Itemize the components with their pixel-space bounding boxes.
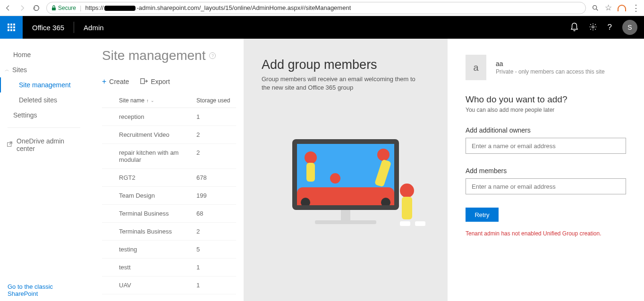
address-bar[interactable]: Secure | https://-admin.sharepoint.com/_… bbox=[46, 2, 586, 14]
svg-point-3 bbox=[592, 25, 594, 28]
retry-button[interactable]: Retry bbox=[466, 208, 499, 222]
cell-storage: 199 bbox=[196, 192, 234, 199]
table-row[interactable]: testt1 bbox=[102, 259, 236, 276]
chevron-up-icon: ︿ bbox=[5, 67, 9, 73]
sites-table: Site name ↑ ⌄ Storage used reception1Rec… bbox=[102, 93, 236, 301]
cell-storage: 2 bbox=[196, 149, 234, 163]
cell-site-name: UAV bbox=[102, 282, 196, 289]
table-row[interactable]: Terminal Business68 bbox=[102, 205, 236, 223]
extension-icon[interactable] bbox=[618, 5, 626, 11]
svg-line-2 bbox=[596, 9, 598, 10]
cell-site-name: testing bbox=[102, 246, 196, 253]
form-subheading: You can also add more people later bbox=[466, 107, 626, 113]
form-heading: Who do you want to add? bbox=[466, 94, 626, 105]
nav-onedrive-admin[interactable]: OneDrive admin center bbox=[0, 133, 88, 157]
table-row[interactable]: reception1 bbox=[102, 108, 236, 126]
table-header: Site name ↑ ⌄ Storage used bbox=[102, 93, 236, 108]
kebab-menu-icon[interactable]: ⋮ bbox=[632, 3, 640, 13]
cell-site-name: testt bbox=[102, 264, 196, 271]
cell-site-name: Terminal Business bbox=[102, 210, 196, 217]
divider bbox=[8, 127, 80, 128]
site-management-panel: Site management ? + Create Export Site n… bbox=[88, 39, 244, 301]
members-label: Add members bbox=[466, 167, 626, 175]
group-form-panel: a aa Private - only members can access t… bbox=[448, 39, 644, 301]
panel-subtitle: Group members will receive an email welc… bbox=[262, 75, 422, 92]
export-icon bbox=[140, 78, 148, 86]
forward-icon[interactable] bbox=[18, 4, 26, 12]
url-text: https://-admin.sharepoint.com/_layouts/1… bbox=[85, 4, 351, 11]
lock-icon: Secure bbox=[51, 5, 76, 11]
app-launcher-icon[interactable] bbox=[0, 16, 23, 39]
col-storage-used[interactable]: Storage used bbox=[196, 97, 234, 104]
table-row[interactable]: Recruitment Video2 bbox=[102, 126, 236, 144]
command-bar: + Create Export bbox=[102, 77, 236, 86]
cell-site-name: Terminals Business bbox=[102, 228, 196, 235]
suite-bar: Office 365 Admin ? S bbox=[0, 16, 644, 39]
members-input[interactable] bbox=[466, 178, 626, 194]
owners-input[interactable] bbox=[466, 138, 626, 154]
cell-site-name: Recruitment Video bbox=[102, 131, 196, 138]
svg-rect-0 bbox=[52, 8, 56, 10]
nav-sites[interactable]: ︿ Sites bbox=[0, 62, 88, 77]
search-in-page-icon[interactable] bbox=[592, 4, 599, 12]
cell-site-name: Team Design bbox=[102, 192, 196, 199]
nav-home[interactable]: Home bbox=[0, 47, 88, 62]
create-button[interactable]: + Create bbox=[102, 77, 129, 86]
svg-rect-6 bbox=[141, 78, 144, 84]
suite-brand[interactable]: Office 365 bbox=[23, 24, 74, 32]
group-name: aa bbox=[496, 60, 605, 67]
svg-point-1 bbox=[593, 5, 597, 9]
nav-site-management[interactable]: Site management bbox=[0, 77, 88, 92]
external-link-icon bbox=[7, 141, 13, 149]
table-row[interactable]: Team Design199 bbox=[102, 187, 236, 205]
table-row[interactable]: Terminals Business2 bbox=[102, 223, 236, 241]
cell-site-name: reception bbox=[102, 113, 196, 120]
cell-storage: 2 bbox=[196, 228, 234, 235]
avatar[interactable]: S bbox=[622, 20, 637, 35]
star-icon[interactable]: ☆ bbox=[605, 3, 612, 13]
suite-app-label[interactable]: Admin bbox=[74, 24, 113, 32]
browser-chrome: Secure | https://-admin.sharepoint.com/_… bbox=[0, 0, 644, 16]
cell-storage: 1 bbox=[196, 113, 234, 120]
illustration bbox=[262, 139, 430, 224]
nav-settings[interactable]: Settings bbox=[0, 108, 88, 123]
redacted-segment bbox=[104, 6, 136, 11]
svg-line-5 bbox=[9, 142, 12, 145]
sort-asc-icon: ↑ bbox=[146, 98, 149, 103]
plus-icon: + bbox=[102, 77, 106, 86]
panel-title: Add group members bbox=[262, 58, 430, 72]
cell-site-name: repair kitchen with am modular bbox=[102, 149, 196, 163]
back-icon[interactable] bbox=[4, 4, 12, 12]
chevron-down-icon: ⌄ bbox=[151, 98, 154, 103]
gear-icon[interactable] bbox=[589, 23, 597, 33]
cell-site-name: RGT2 bbox=[102, 174, 196, 181]
info-icon[interactable]: ? bbox=[209, 52, 216, 59]
add-members-panel: Add group members Group members will rec… bbox=[244, 39, 448, 301]
cell-storage: 678 bbox=[196, 174, 234, 181]
cell-storage: 68 bbox=[196, 210, 234, 217]
classic-sharepoint-link[interactable]: Go to the classic SharePoint bbox=[0, 283, 88, 301]
help-icon[interactable]: ? bbox=[608, 23, 612, 32]
table-row[interactable]: RGT2678 bbox=[102, 169, 236, 187]
cell-storage: 5 bbox=[196, 246, 234, 253]
notifications-icon[interactable] bbox=[570, 22, 578, 33]
group-privacy: Private - only members can access this s… bbox=[496, 68, 605, 75]
secure-label: Secure bbox=[58, 5, 76, 11]
error-message: Tenant admin has not enabled Unified Gro… bbox=[466, 230, 626, 237]
page-title: Site management ? bbox=[102, 48, 236, 63]
export-button[interactable]: Export bbox=[140, 77, 169, 86]
table-row[interactable]: repair kitchen with am modular2 bbox=[102, 144, 236, 169]
owners-label: Add additional owners bbox=[466, 126, 626, 134]
cell-storage: 1 bbox=[196, 282, 234, 289]
cell-storage: 1 bbox=[196, 264, 234, 271]
reload-icon[interactable] bbox=[32, 4, 41, 12]
table-row[interactable]: UX Team1 bbox=[102, 294, 236, 301]
col-site-name[interactable]: Site name ↑ ⌄ bbox=[102, 97, 196, 104]
group-avatar: a bbox=[466, 55, 486, 80]
nav-deleted-sites[interactable]: Deleted sites bbox=[0, 92, 88, 108]
cell-storage: 2 bbox=[196, 131, 234, 138]
left-nav: Home ︿ Sites Site management Deleted sit… bbox=[0, 39, 88, 301]
table-row[interactable]: testing5 bbox=[102, 241, 236, 259]
table-row[interactable]: UAV1 bbox=[102, 276, 236, 294]
